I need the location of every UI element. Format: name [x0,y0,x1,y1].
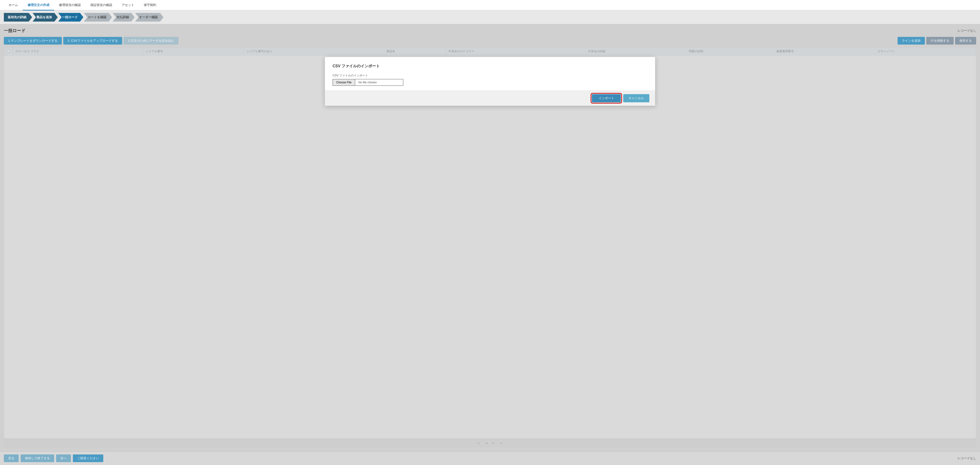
bottom-record-count: レコードなし [958,456,976,460]
modal-title: CSV ファイルのインポート [332,64,648,69]
cancel-button[interactable]: キャンセル [623,94,649,102]
nav-assets[interactable]: アセット [117,0,139,11]
record-count-top: レコードなし [958,29,976,33]
modal-body: CSV ファイルのインポート CSV ファイルのインポート Choose Fil… [325,57,655,91]
choose-file-button[interactable]: Choose File [333,79,355,86]
step-payment[interactable]: 支払詳細 [113,13,135,22]
modal-footer: インポート キャンセル [325,91,655,106]
modal-field-label: CSV ファイルのインポート [332,73,648,78]
toolbar: 1.テンプレートをダウンロードする 2. CSVファイルをアップロードする 3.… [4,37,976,45]
csv-import-modal: CSV ファイルのインポート CSV ファイルのインポート Choose Fil… [325,57,655,106]
file-input-wrapper: Choose File No file chosen [332,79,403,86]
table-container: ステータス フラグ シリアル番号 シリアル番号があり 商品名 不具合のカテゴリー… [4,47,976,447]
btn-add-line[interactable]: ラインを追加 [897,37,925,45]
steps-bar: 返却先の詳細 製品を追加 一括ロード カートを確認 支払詳細 オーダー確認 [0,11,980,24]
nav-repair-status[interactable]: 修理状況の確認 [54,0,86,11]
next-button[interactable]: 次へ [56,454,71,462]
step-add-product[interactable]: 製品を追加 [33,13,58,22]
step-bulk-load[interactable]: 一括ロード [58,13,83,22]
step-confirm-cart[interactable]: カートを確認 [84,13,112,22]
page-content: 一括ロード レコードなし 1.テンプレートをダウンロードする 2. CSVファイ… [0,24,980,451]
btn-delete-row[interactable]: 行を削除する [926,37,954,45]
bottom-bar: 戻る 保存して終了する 次へ ご留意ください レコードなし [0,451,980,465]
bottom-left-buttons: 戻る 保存して終了する 次へ ご留意ください [4,454,103,462]
page-title: 一括ロード [4,28,25,33]
nav-create-repair[interactable]: 修理注文の作成 [23,0,54,11]
save-exit-button[interactable]: 保存して終了する [21,454,54,462]
nav-warranty-status[interactable]: 保証状況の確認 [86,0,117,11]
step-order-confirm[interactable]: オーダー確認 [135,13,164,22]
nav-home[interactable]: ホーム [4,0,23,11]
page-title-row: 一括ロード レコードなし [4,28,976,33]
nav-maintenance[interactable]: 保守契約 [139,0,161,11]
btn-load-data[interactable]: 3.注文のためにデータを読み込む [124,37,178,45]
modal-overlay: CSV ファイルのインポート CSV ファイルのインポート Choose Fil… [4,47,976,447]
note-button[interactable]: ご留意ください [73,454,103,462]
import-button[interactable]: インポート [592,94,621,102]
btn-save[interactable]: 保存する [955,37,976,45]
btn-upload-csv[interactable]: 2. CSVファイルをアップロードする [63,37,122,45]
file-chosen-text: No file chosen [355,79,403,86]
back-button[interactable]: 戻る [4,454,19,462]
btn-download-template[interactable]: 1.テンプレートをダウンロードする [4,37,62,45]
top-nav: ホーム 修理注文の作成 修理状況の確認 保証状況の確認 アセット 保守契約 [0,0,980,11]
step-return-dest[interactable]: 返却先の詳細 [4,13,32,22]
